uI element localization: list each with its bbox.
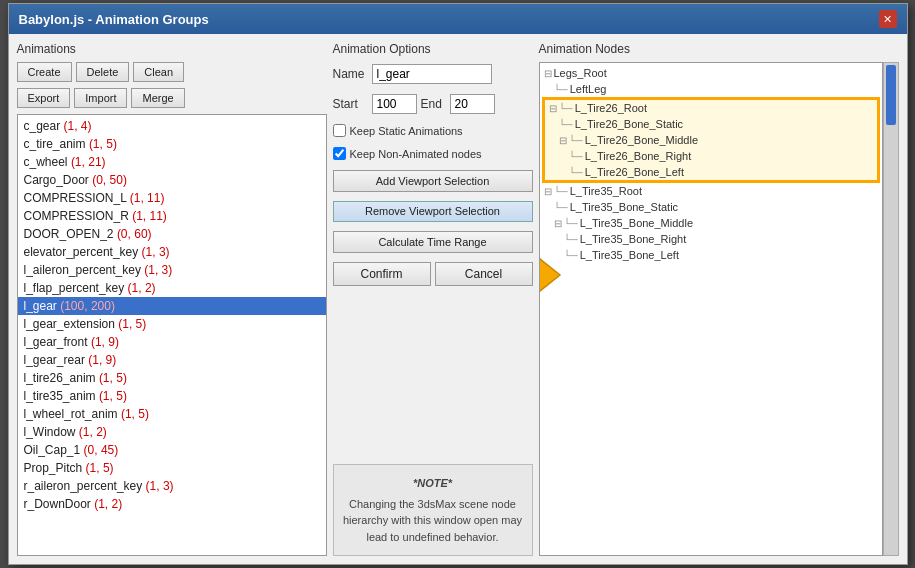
window-title: Babylon.js - Animation Groups (19, 12, 209, 27)
keep-static-label: Keep Static Animations (350, 125, 463, 137)
note-box: *NOTE* Changing the 3dsMax scene node hi… (333, 464, 533, 556)
start-label: Start (333, 97, 368, 111)
note-title: *NOTE* (342, 475, 524, 492)
list-item[interactable]: l_gear_rear (1, 9) (18, 351, 326, 369)
tree-item[interactable]: └─L_Tire35_Bone_Static (540, 199, 882, 215)
tree-container[interactable]: ⊟Legs_Root└─LeftLeg⊟└─L_Tire26_Root└─L_T… (539, 62, 883, 556)
delete-button[interactable]: Delete (76, 62, 130, 82)
keep-static-checkbox[interactable] (333, 124, 346, 137)
list-item[interactable]: Cargo_Door (0, 50) (18, 171, 326, 189)
keep-static-row: Keep Static Animations (333, 124, 533, 137)
list-item[interactable]: c_wheel (1, 21) (18, 153, 326, 171)
list-item[interactable]: Prop_Pitch (1, 5) (18, 459, 326, 477)
scrollbar-thumb (886, 65, 896, 125)
animation-nodes-title: Animation Nodes (539, 42, 630, 56)
content-area: Animations Create Delete Clean Export Im… (9, 34, 907, 564)
name-row: Name (333, 64, 533, 84)
note-text: Changing the 3dsMax scene node hierarchy… (342, 496, 524, 546)
list-item[interactable]: COMPRESSION_R (1, 11) (18, 207, 326, 225)
animations-title: Animations (17, 42, 327, 56)
tree-item[interactable]: ⊟└─L_Tire35_Root (540, 183, 882, 199)
list-item[interactable]: l_gear_extension (1, 5) (18, 315, 326, 333)
tree-item[interactable]: ⊟Legs_Root (540, 65, 882, 81)
start-input[interactable] (372, 94, 417, 114)
list-item[interactable]: l_aileron_percent_key (1, 3) (18, 261, 326, 279)
keep-non-animated-row: Keep Non-Animated nodes (333, 147, 533, 160)
btn-row-2: Export Import Merge (17, 88, 327, 108)
list-item[interactable]: l_wheel_rot_anim (1, 5) (18, 405, 326, 423)
left-panel: Animations Create Delete Clean Export Im… (17, 42, 327, 556)
tree-item[interactable]: ⊟└─L_Tire26_Root (545, 100, 877, 116)
tree-item[interactable]: └─L_Tire35_Bone_Right (540, 231, 882, 247)
title-bar: Babylon.js - Animation Groups ✕ (9, 4, 907, 34)
list-item[interactable]: l_flap_percent_key (1, 2) (18, 279, 326, 297)
list-item[interactable]: Oil_Cap_1 (0, 45) (18, 441, 326, 459)
far-right-scrollbar[interactable] (883, 62, 899, 556)
main-window: Babylon.js - Animation Groups ✕ Animatio… (8, 3, 908, 565)
list-item[interactable]: r_DownDoor (1, 2) (18, 495, 326, 513)
tree-item[interactable]: └─L_Tire26_Bone_Left (545, 164, 877, 180)
add-viewport-button[interactable]: Add Viewport Selection (333, 170, 533, 192)
list-item[interactable]: COMPRESSION_L (1, 11) (18, 189, 326, 207)
remove-viewport-button[interactable]: Remove Viewport Selection (333, 201, 533, 222)
list-item[interactable]: l_gear_front (1, 9) (18, 333, 326, 351)
list-item[interactable]: c_tire_anim (1, 5) (18, 135, 326, 153)
keep-non-animated-label: Keep Non-Animated nodes (350, 148, 482, 160)
tree-item[interactable]: └─L_Tire26_Bone_Static (545, 116, 877, 132)
animation-options-title: Animation Options (333, 42, 533, 56)
list-item[interactable]: DOOR_OPEN_2 (0, 60) (18, 225, 326, 243)
tree-item[interactable]: ⊟└─L_Tire35_Bone_Middle (540, 215, 882, 231)
list-item[interactable]: r_aileron_percent_key (1, 3) (18, 477, 326, 495)
cancel-button[interactable]: Cancel (435, 262, 533, 286)
clean-button[interactable]: Clean (133, 62, 184, 82)
name-input[interactable] (372, 64, 492, 84)
keep-non-animated-checkbox[interactable] (333, 147, 346, 160)
list-item[interactable]: l_tire26_anim (1, 5) (18, 369, 326, 387)
highlight-group: ⊟└─L_Tire26_Root└─L_Tire26_Bone_Static⊟└… (542, 97, 880, 183)
range-row: Start End (333, 94, 533, 114)
confirm-button[interactable]: Confirm (333, 262, 431, 286)
end-label: End (421, 97, 446, 111)
name-label: Name (333, 67, 368, 81)
close-button[interactable]: ✕ (879, 10, 897, 28)
import-button[interactable]: Import (74, 88, 127, 108)
confirm-row: Confirm Cancel (333, 262, 533, 286)
list-item[interactable]: l_tire35_anim (1, 5) (18, 387, 326, 405)
list-item[interactable]: l_gear (100, 200) (18, 297, 326, 315)
tree-item[interactable]: └─LeftLeg (540, 81, 882, 97)
list-item[interactable]: c_gear (1, 4) (18, 117, 326, 135)
list-item[interactable]: l_Window (1, 2) (18, 423, 326, 441)
export-button[interactable]: Export (17, 88, 71, 108)
create-button[interactable]: Create (17, 62, 72, 82)
end-input[interactable] (450, 94, 495, 114)
list-item[interactable]: elevator_percent_key (1, 3) (18, 243, 326, 261)
tree-item[interactable]: ⊟└─L_Tire26_Bone_Middle (545, 132, 877, 148)
btn-row-1: Create Delete Clean (17, 62, 327, 82)
middle-panel: Animation Options Name Start End Keep St… (333, 42, 533, 556)
right-panel: Animation Nodes ⊟Legs_Root└─LeftLeg⊟└─L_… (539, 42, 899, 556)
tree-item[interactable]: └─L_Tire26_Bone_Right (545, 148, 877, 164)
tree-item[interactable]: └─L_Tire35_Bone_Left (540, 247, 882, 263)
calculate-time-button[interactable]: Calculate Time Range (333, 231, 533, 253)
animation-list[interactable]: c_gear (1, 4)c_tire_anim (1, 5)c_wheel (… (17, 114, 327, 556)
merge-button[interactable]: Merge (131, 88, 184, 108)
